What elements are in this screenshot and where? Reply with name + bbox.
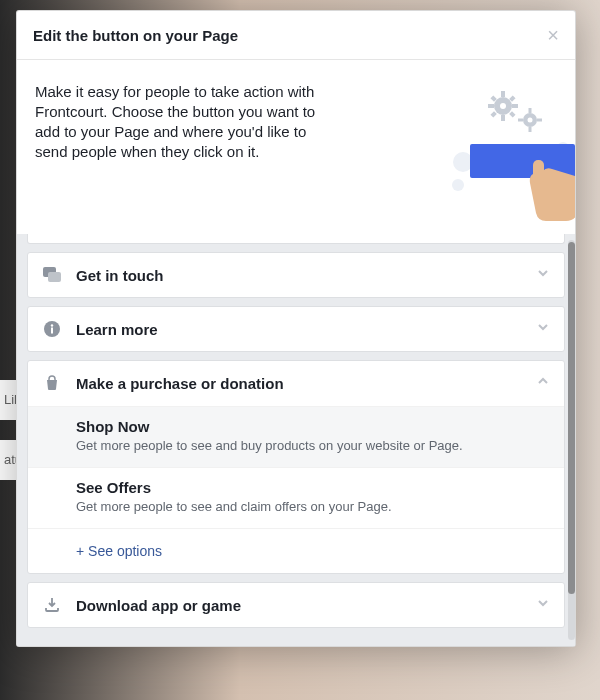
accordion-learn-more[interactable]: Learn more xyxy=(27,306,565,352)
option-see-offers[interactable]: See Offers Get more people to see and cl… xyxy=(28,467,564,528)
see-options-link[interactable]: + See options xyxy=(28,528,564,573)
svg-point-9 xyxy=(500,103,506,109)
dialog-intro: Make it easy for people to take action w… xyxy=(17,60,575,234)
bag-icon xyxy=(42,373,62,393)
close-button[interactable]: × xyxy=(547,25,559,45)
chevron-down-icon xyxy=(536,320,550,338)
intro-text: Make it easy for people to take action w… xyxy=(35,82,341,162)
accordion-get-in-touch[interactable]: Get in touch xyxy=(27,252,565,298)
edit-button-dialog: Edit the button on your Page × Make it e… xyxy=(16,10,576,647)
option-desc: Get more people to see and claim offers … xyxy=(76,498,548,515)
accordion-download[interactable]: Download app or game xyxy=(27,582,565,628)
chevron-down-icon xyxy=(536,596,550,614)
illustration xyxy=(355,82,575,212)
accordion-label: Download app or game xyxy=(76,597,536,614)
svg-rect-3 xyxy=(488,104,494,108)
svg-rect-12 xyxy=(529,127,532,132)
svg-rect-8 xyxy=(509,111,515,117)
accordion-purchase: Make a purchase or donation Shop Now Get… xyxy=(27,360,565,574)
svg-rect-14 xyxy=(537,119,542,122)
svg-point-17 xyxy=(452,179,464,191)
accordion-label: Learn more xyxy=(76,321,536,338)
svg-point-15 xyxy=(528,118,533,123)
download-icon xyxy=(42,595,62,615)
svg-rect-13 xyxy=(518,119,523,122)
close-icon: × xyxy=(547,24,559,46)
plus-icon: + xyxy=(76,543,88,559)
svg-rect-1 xyxy=(501,91,505,97)
scrollbar-thumb[interactable] xyxy=(568,242,575,594)
svg-rect-25 xyxy=(51,328,53,334)
svg-rect-11 xyxy=(529,108,532,113)
accordion-label: Get in touch xyxy=(76,267,536,284)
option-shop-now[interactable]: Shop Now Get more people to see and buy … xyxy=(28,406,564,467)
chat-icon xyxy=(42,265,62,285)
accordion-label: Make a purchase or donation xyxy=(76,375,536,392)
svg-rect-7 xyxy=(490,111,496,117)
info-icon xyxy=(42,319,62,339)
dialog-header: Edit the button on your Page × xyxy=(17,11,575,60)
svg-point-24 xyxy=(51,324,53,326)
chevron-down-icon xyxy=(536,266,550,284)
dialog-title: Edit the button on your Page xyxy=(33,27,238,44)
svg-rect-2 xyxy=(501,115,505,121)
chevron-up-icon xyxy=(536,374,550,392)
previous-section-edge xyxy=(27,234,565,244)
dialog-body: Get in touch Learn more xyxy=(17,234,575,646)
option-title: See Offers xyxy=(76,479,548,496)
option-desc: Get more people to see and buy products … xyxy=(76,437,548,454)
svg-rect-4 xyxy=(512,104,518,108)
scrollbar[interactable] xyxy=(568,240,575,640)
svg-rect-20 xyxy=(533,160,544,184)
accordion-purchase-header[interactable]: Make a purchase or donation xyxy=(28,361,564,405)
svg-rect-22 xyxy=(48,272,61,282)
option-title: Shop Now xyxy=(76,418,548,435)
